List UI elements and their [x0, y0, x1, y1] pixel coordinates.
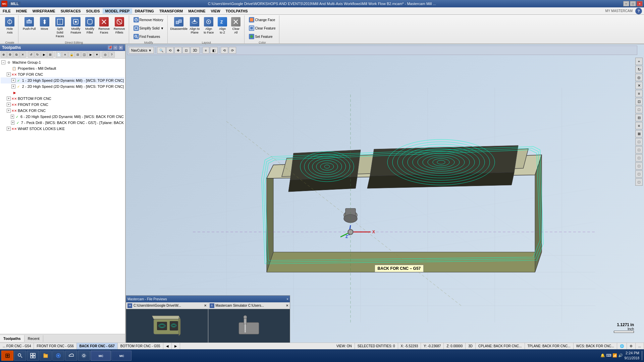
taskbar-mastercam-2[interactable]: MC: [111, 351, 131, 361]
menu-file[interactable]: FILE: [0, 8, 13, 14]
pan-button[interactable]: ✥: [174, 47, 182, 54]
tree-back-for-cnc[interactable]: + ✕✕ BACK FOR CNC: [1, 108, 124, 114]
expand-what-stock[interactable]: +: [7, 127, 11, 131]
thumb2-close[interactable]: ✕: [286, 304, 288, 307]
thumb1-close[interactable]: ✕: [204, 304, 207, 307]
menu-drafting[interactable]: DRAFTING: [132, 8, 157, 14]
display-settings[interactable]: ≡: [203, 47, 209, 54]
tree-properties[interactable]: 📋 Properties - Mill Default: [1, 65, 124, 71]
rs-menu9[interactable]: □: [635, 154, 643, 162]
undo-view[interactable]: ⟲: [221, 47, 228, 54]
tree-machine-group[interactable]: − ⚙ Machine Group-1: [1, 59, 124, 65]
redo-view[interactable]: ⟳: [229, 47, 236, 54]
rotate-button[interactable]: ⟲: [166, 47, 174, 54]
modify-fillet-button[interactable]: ModifyFillet: [84, 16, 96, 36]
tree-top-for-cnc[interactable]: + ✕✕ TOP FOR CNC: [1, 71, 124, 77]
align-to-plane-button[interactable]: Align toPlane: [188, 16, 201, 36]
push-pull-button[interactable]: Push-Pull: [21, 16, 38, 32]
simplify-solid-button[interactable]: Simplify Solid ▼: [132, 24, 166, 32]
rs-menu7[interactable]: □: [635, 138, 643, 145]
clear-feature-button[interactable]: Clear Feature: [247, 24, 277, 32]
menu-transform[interactable]: TRANSFORM: [157, 8, 185, 14]
panel-pin-button[interactable]: 📌: [108, 45, 112, 50]
rs-menu1[interactable]: ≡: [635, 90, 643, 97]
tb-regen-all[interactable]: ↻: [35, 52, 41, 58]
tb-filter[interactable]: ⊟: [75, 52, 81, 58]
thumbnail-item-1[interactable]: M C:\Users\timn\Google Drive\W... ✕: [126, 302, 208, 343]
menu-solids[interactable]: SOLIDS: [84, 8, 103, 14]
tb-select-all[interactable]: ≡: [62, 52, 68, 58]
disassemble-button[interactable]: Disassemble: [170, 16, 187, 32]
expand-op1[interactable]: +: [11, 78, 15, 82]
rs-close[interactable]: ✕: [635, 82, 643, 89]
status-tplane[interactable]: TPLANE: BACK FOR CNC...: [525, 343, 574, 349]
start-button[interactable]: ⊞: [1, 351, 13, 361]
status-g55[interactable]: BOTTOM FOR CNC - G55: [118, 343, 163, 349]
tb-backplot[interactable]: ⊞: [47, 52, 53, 58]
view-selector[interactable]: NavCubics ▼: [129, 47, 154, 54]
panel-close-button[interactable]: ×: [118, 45, 123, 50]
tree-op1[interactable]: + ✓ 1 - 2D High Speed (2D Dynamic Mill) …: [1, 77, 124, 83]
tb-expand[interactable]: ▶: [88, 52, 94, 58]
rs-menu6[interactable]: ⊠: [635, 130, 643, 137]
tb-post[interactable]: 📄: [56, 52, 62, 58]
menu-home[interactable]: HOME: [13, 8, 30, 14]
find-features-button[interactable]: Find Features: [132, 33, 166, 40]
tree-what-stock[interactable]: + ✕✕ WHAT STOCK LOOKS LIKE: [1, 126, 124, 132]
rs-zoom-in[interactable]: +: [635, 58, 643, 65]
tb-new-group[interactable]: ⊕: [1, 52, 7, 58]
status-arrow-left[interactable]: ◀: [163, 343, 172, 349]
taskbar-explorer[interactable]: [40, 351, 52, 361]
status-globe[interactable]: 🌐: [617, 343, 627, 349]
remove-fillets-button[interactable]: RemoveFillets: [112, 16, 127, 36]
tree-front-for-cnc[interactable]: + ✕✕ FRONT FOR CNC: [1, 102, 124, 108]
titlebar-controls[interactable]: − □ ×: [623, 1, 643, 6]
status-more[interactable]: ...: [636, 343, 644, 349]
show-desktop[interactable]: [641, 351, 643, 360]
expand-back-for-cnc[interactable]: +: [7, 109, 11, 113]
expand-bottom-for-cnc[interactable]: +: [7, 97, 11, 101]
status-arrow-right[interactable]: ▶: [172, 343, 180, 349]
expand-op2[interactable]: +: [11, 84, 15, 88]
expand-op6[interactable]: +: [11, 115, 14, 119]
taskbar-search[interactable]: [14, 351, 26, 361]
rs-menu5[interactable]: ≡: [635, 122, 643, 129]
tb-help[interactable]: ?: [109, 52, 115, 58]
change-face-button[interactable]: Change Face: [247, 16, 277, 23]
tree-bottom-for-cnc[interactable]: + ✕✕ BOTTOM FOR CNC: [1, 96, 124, 102]
rs-menu11[interactable]: □: [635, 170, 643, 178]
taskbar-onedrive[interactable]: [65, 351, 77, 361]
tb-regen[interactable]: ↺: [28, 52, 34, 58]
rs-target[interactable]: ◎: [635, 74, 643, 81]
split-solid-button[interactable]: Split SolidFaces: [52, 16, 68, 39]
tb-hide[interactable]: ◫: [81, 52, 87, 58]
menu-machine[interactable]: MACHINE: [185, 8, 208, 14]
expand-machine-group[interactable]: −: [1, 60, 5, 64]
view3d-button[interactable]: 3D: [191, 47, 200, 54]
rs-menu8[interactable]: □: [635, 146, 643, 154]
status-wcs[interactable]: WCS: BACK FOR CNC...: [574, 343, 617, 349]
tree-op6[interactable]: + ✓ 6 - 2D High Speed (2D Dynamic Mill) …: [1, 114, 124, 120]
help-button[interactable]: ?: [635, 8, 642, 14]
rs-menu4[interactable]: ⊟: [635, 114, 643, 121]
panel-minimize-button[interactable]: −: [113, 45, 118, 50]
rs-rotate[interactable]: ↻: [635, 66, 643, 73]
tb-properties[interactable]: ⚙: [7, 52, 13, 58]
taskbar-settings[interactable]: [78, 351, 90, 361]
remove-faces-button[interactable]: RemoveFaces: [97, 16, 112, 36]
taskbar-chrome[interactable]: [52, 351, 64, 361]
clear-all-button[interactable]: ClearAll: [229, 16, 242, 36]
hole-axis-button[interactable]: HoleAxis: [3, 16, 16, 36]
rs-menu12[interactable]: □: [635, 178, 643, 186]
set-feature-button[interactable]: Set Feature: [247, 33, 277, 40]
tree-op7[interactable]: + ✓ 7 - Peck Drill - [WCS: BACK FOR CNC …: [1, 120, 124, 126]
menu-view[interactable]: VIEW: [208, 8, 223, 14]
tb-delete[interactable]: ✕: [20, 52, 26, 58]
modify-feature-button[interactable]: ModifyFeature: [69, 16, 83, 36]
shading-button[interactable]: ◧: [210, 47, 218, 54]
thumbnail-item-2[interactable]: S Mastercam Simulator C:\Users... ✕: [208, 302, 290, 343]
status-snaps[interactable]: ⚙: [627, 343, 636, 349]
expand-top-for-cnc[interactable]: +: [7, 72, 11, 76]
thumbnail-close-icon[interactable]: ×: [286, 297, 288, 301]
remove-history-button[interactable]: Remove History: [132, 16, 166, 23]
